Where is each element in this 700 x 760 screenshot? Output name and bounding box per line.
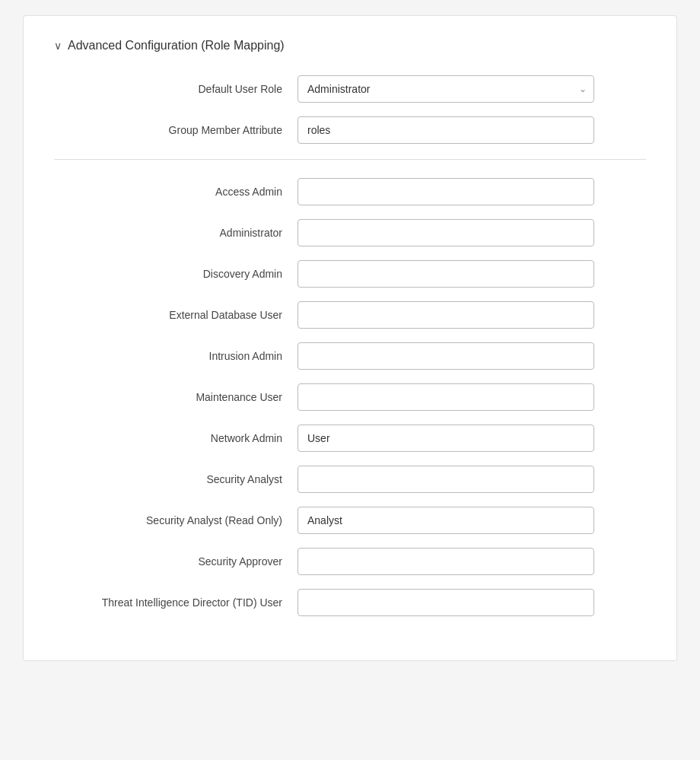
role-field-input[interactable] [298,260,594,288]
default-user-role-row: Default User Role Administrator Access A… [54,75,646,103]
role-field-label: Administrator [54,227,298,239]
role-field-row: External Database User [54,301,646,329]
role-field-row: Threat Intelligence Director (TID) User [54,589,646,616]
advanced-config-panel: ∨ Advanced Configuration (Role Mapping) … [23,15,677,661]
role-field-label: Security Approver [54,555,298,568]
role-field-row: Access Admin [54,178,646,205]
group-member-attribute-input[interactable] [298,116,594,144]
group-member-attribute-row: Group Member Attribute [54,116,646,144]
role-field-input[interactable] [298,383,594,411]
default-user-role-select-wrapper: Administrator Access Admin Discovery Adm… [298,75,594,103]
role-field-wrapper [298,178,594,205]
role-field-input[interactable] [298,548,594,575]
role-field-label: Security Analyst (Read Only) [54,514,298,526]
role-field-label: Security Analyst [54,473,298,485]
role-field-label: Maintenance User [54,391,298,403]
role-field-label: Discovery Admin [54,268,298,280]
role-field-row: Security Analyst (Read Only) [54,507,646,534]
role-field-wrapper [298,301,594,329]
role-field-row: Network Admin [54,425,646,452]
role-fields-container: Access AdminAdministratorDiscovery Admin… [54,178,646,616]
role-field-input[interactable] [298,589,594,616]
role-field-label: Threat Intelligence Director (TID) User [54,596,298,609]
role-field-input[interactable] [298,219,594,246]
role-field-input[interactable] [298,178,594,205]
role-field-row: Maintenance User [54,383,646,411]
role-field-wrapper [298,342,594,370]
role-field-wrapper [298,507,594,534]
role-field-wrapper [298,219,594,246]
default-user-role-label: Default User Role [54,83,298,95]
default-user-role-select[interactable]: Administrator Access Admin Discovery Adm… [298,75,594,103]
section-header: ∨ Advanced Configuration (Role Mapping) [54,39,646,52]
role-field-input[interactable] [298,466,594,493]
role-field-label: External Database User [54,309,298,321]
role-field-input[interactable] [298,425,594,452]
role-field-label: Intrusion Admin [54,350,298,362]
chevron-icon: ∨ [54,40,62,52]
role-field-label: Network Admin [54,432,298,444]
role-field-row: Discovery Admin [54,260,646,288]
role-field-input[interactable] [298,301,594,329]
role-field-wrapper [298,383,594,411]
role-field-row: Security Analyst [54,466,646,493]
default-user-role-wrapper: Administrator Access Admin Discovery Adm… [298,75,594,103]
role-field-wrapper [298,260,594,288]
role-field-wrapper [298,548,594,575]
role-field-input[interactable] [298,507,594,534]
role-field-input[interactable] [298,342,594,370]
role-field-row: Intrusion Admin [54,342,646,370]
group-member-attribute-wrapper [298,116,594,144]
role-field-row: Security Approver [54,548,646,575]
role-field-label: Access Admin [54,186,298,198]
role-field-wrapper [298,425,594,452]
role-field-wrapper [298,589,594,616]
role-field-wrapper [298,466,594,493]
group-member-attribute-label: Group Member Attribute [54,124,298,136]
section-title: Advanced Configuration (Role Mapping) [68,39,285,52]
section-divider [54,159,646,160]
role-field-row: Administrator [54,219,646,246]
